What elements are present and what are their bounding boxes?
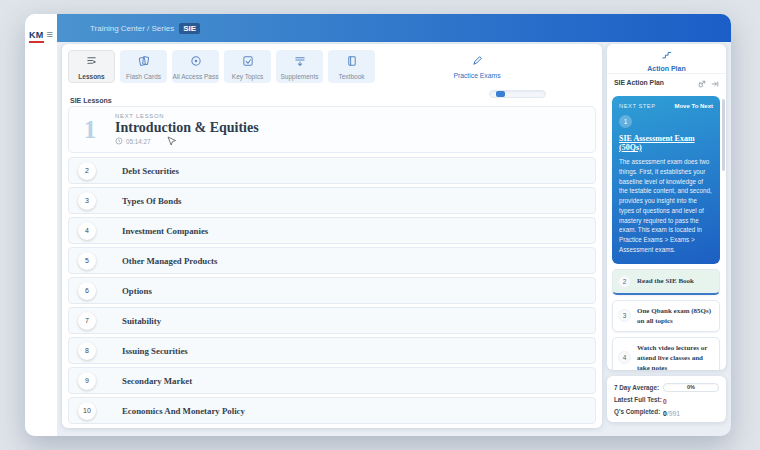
questions-total: /991: [667, 410, 680, 417]
step-label: One Qbank exam (85Qs) on all topics: [637, 306, 714, 326]
next-step-title: SIE Assessment Exam (50Qs): [619, 134, 713, 152]
progress-slider[interactable]: [489, 90, 546, 98]
lessons-section-header: SIE Lessons: [62, 86, 602, 102]
action-plan-title: SIE Action Plan: [614, 79, 664, 86]
lesson-list: 1 NEXT LESSON Introduction & Equities 05…: [62, 102, 602, 424]
practice-exams-icon: [472, 52, 483, 70]
left-rail: KM ≡: [25, 14, 57, 436]
lesson-number: 1: [77, 116, 103, 144]
move-to-next-button[interactable]: Move To Next: [674, 103, 713, 109]
avg-label: 7 Day Average:: [614, 384, 659, 391]
lesson-number: 5: [78, 252, 96, 270]
step-number: 2: [618, 275, 631, 288]
tab-label: Key Topics: [232, 73, 263, 80]
expand-icon[interactable]: [698, 74, 706, 92]
latest-test-label: Latest Full Test:: [614, 396, 662, 403]
lesson-title: Debt Securities: [122, 166, 179, 176]
step-number: 1: [619, 115, 632, 128]
action-plan-subheader: SIE Action Plan: [607, 74, 726, 91]
key-topics-icon: [242, 53, 254, 71]
km-logo: KM: [29, 30, 44, 43]
lesson-title: Economics And Monetary Policy: [122, 406, 245, 416]
lesson-number: 4: [78, 222, 96, 240]
main-panel: Lessons Flash Cards All Access Pass Key …: [62, 44, 602, 428]
next-lesson-title: Introduction & Equities: [115, 120, 259, 136]
tab-label: All Access Pass: [173, 73, 219, 80]
all-access-pass-icon: [190, 53, 202, 71]
stats-panel: 7 Day Average: 0% Latest Full Test: 0 Q'…: [607, 376, 726, 422]
action-plan-panel: Action Plan SIE Action Plan NEXT STEP Mo…: [607, 44, 726, 370]
flash-cards-icon: [138, 53, 150, 71]
lesson-number: 10: [78, 402, 96, 420]
tab-lessons[interactable]: Lessons: [68, 50, 115, 83]
lesson-number: 8: [78, 342, 96, 360]
lesson-row[interactable]: 8 Issuing Securities: [68, 337, 596, 364]
breadcrumb: Training Center / Series: [90, 24, 174, 33]
lesson-row[interactable]: 3 Types Of Bonds: [68, 187, 596, 214]
lesson-row[interactable]: 2 Debt Securities: [68, 157, 596, 184]
lessons-icon: [86, 53, 98, 71]
action-plan-list: NEXT STEP Move To Next 1 SIE Assessment …: [607, 91, 726, 370]
lesson-number: 6: [78, 282, 96, 300]
action-plan-icon: [661, 46, 672, 64]
next-step-description: The assessment exam does two things. Fir…: [619, 157, 713, 255]
lesson-number: 9: [78, 372, 96, 390]
lesson-title: Options: [122, 286, 152, 296]
next-lesson-card[interactable]: 1 NEXT LESSON Introduction & Equities 05…: [68, 106, 596, 153]
step-label: Read the SIE Book: [637, 276, 694, 286]
lesson-title: Other Managed Products: [122, 256, 217, 266]
app-window: KM ≡ Training Center / Series SIE Lesson…: [25, 14, 731, 436]
scrollbar-thumb[interactable]: [722, 99, 725, 171]
series-badge: SIE: [179, 23, 200, 34]
lesson-title: Investment Companies: [122, 226, 208, 236]
tab-all-access-pass[interactable]: All Access Pass: [172, 50, 219, 83]
tab-label: Lessons: [78, 73, 104, 80]
practice-exams-label: Practice Exams: [453, 72, 500, 79]
practice-exams-button[interactable]: Practice Exams: [427, 52, 527, 79]
hamburger-menu-icon[interactable]: ≡: [47, 30, 53, 39]
lesson-number: 7: [78, 312, 96, 330]
lesson-row[interactable]: 7 Suitability: [68, 307, 596, 334]
lesson-title: Secondary Market: [122, 376, 192, 386]
step-number: 3: [618, 309, 631, 322]
tab-flash-cards[interactable]: Flash Cards: [120, 50, 167, 83]
questions-completed-label: Q's Completed:: [614, 408, 660, 415]
section-label: SIE Lessons: [70, 97, 112, 104]
lesson-row[interactable]: 5 Other Managed Products: [68, 247, 596, 274]
lesson-number: 2: [78, 162, 96, 180]
tab-supplements[interactable]: Supplements: [276, 50, 323, 83]
lesson-title: Issuing Securities: [122, 346, 188, 356]
action-plan-step[interactable]: 4 Watch video lectures or attend live cl…: [612, 337, 720, 370]
action-plan-tab[interactable]: Action Plan: [607, 44, 726, 74]
step-number: 4: [618, 351, 631, 364]
lesson-title: Types Of Bonds: [122, 196, 181, 206]
supplements-icon: [294, 53, 306, 71]
textbook-icon: [346, 53, 358, 71]
collapse-right-icon[interactable]: [711, 74, 719, 92]
clock-icon: [115, 137, 123, 146]
action-plan-label: Action Plan: [647, 65, 686, 72]
tab-key-topics[interactable]: Key Topics: [224, 50, 271, 83]
slider-thumb[interactable]: [496, 91, 505, 97]
action-plan-step[interactable]: 3 One Qbank exam (85Qs) on all topics: [612, 300, 720, 332]
lesson-row[interactable]: 9 Secondary Market: [68, 367, 596, 394]
toolbar: Lessons Flash Cards All Access Pass Key …: [62, 44, 602, 86]
tab-label: Flash Cards: [126, 73, 161, 80]
lesson-duration: 05:14:27: [126, 138, 151, 145]
lesson-row[interactable]: 6 Options: [68, 277, 596, 304]
next-step-card[interactable]: NEXT STEP Move To Next 1 SIE Assessment …: [612, 96, 720, 264]
tab-label: Supplements: [281, 73, 319, 80]
next-lesson-tag: NEXT LESSON: [115, 113, 259, 119]
mouse-cursor-icon: [167, 133, 176, 151]
top-header: Training Center / Series SIE: [57, 14, 731, 42]
lesson-row[interactable]: 10 Economics And Monetary Policy: [68, 397, 596, 424]
step-label: Watch video lectures or attend live clas…: [637, 343, 714, 370]
tab-textbook[interactable]: Textbook: [328, 50, 375, 83]
lesson-number: 3: [78, 192, 96, 210]
action-plan-step[interactable]: 2 Read the SIE Book: [612, 269, 720, 295]
lesson-row[interactable]: 4 Investment Companies: [68, 217, 596, 244]
lesson-title: Suitability: [122, 316, 161, 326]
next-step-tag: NEXT STEP: [619, 103, 656, 109]
tab-label: Textbook: [338, 73, 364, 80]
